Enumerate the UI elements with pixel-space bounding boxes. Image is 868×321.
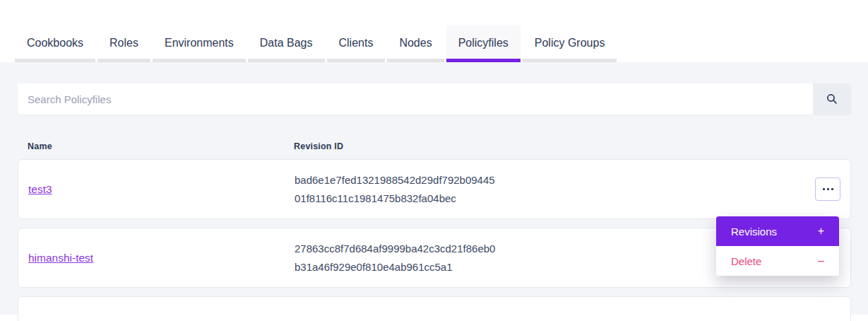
- row-actions-button[interactable]: [815, 177, 840, 201]
- tab-roles[interactable]: Roles: [97, 25, 150, 62]
- table-header: Name Revision ID: [18, 141, 851, 151]
- policyfile-link-test3[interactable]: test3: [28, 183, 52, 196]
- search-bar: [18, 83, 851, 115]
- tab-policy-groups[interactable]: Policy Groups: [523, 25, 617, 62]
- tab-clients[interactable]: Clients: [327, 25, 386, 62]
- policyfile-link-himanshi-test[interactable]: himanshi-test: [28, 252, 93, 264]
- tab-policyfiles[interactable]: Policyfiles: [446, 25, 521, 62]
- tab-data-bags[interactable]: Data Bags: [248, 25, 325, 62]
- menu-item-delete[interactable]: Delete –: [716, 246, 839, 276]
- minus-icon: –: [818, 255, 824, 267]
- search-input[interactable]: [18, 83, 813, 115]
- tab-environments[interactable]: Environments: [153, 25, 246, 62]
- plus-icon: +: [818, 225, 824, 238]
- tab-bar: Cookbooks Roles Environments Data Bags C…: [15, 25, 868, 62]
- revision-id-line1: bad6e1e7fed1321988542d29df792b09445: [295, 171, 798, 189]
- column-header-actions: [799, 141, 841, 151]
- content-area: Name Revision ID test3 bad6e1e7fed132198…: [0, 62, 868, 315]
- table-row: test3 bad6e1e7fed1321988542d29df792b0944…: [18, 159, 851, 219]
- menu-item-revisions[interactable]: Revisions +: [716, 216, 839, 246]
- tab-nodes[interactable]: Nodes: [387, 25, 444, 62]
- menu-item-label: Delete: [731, 255, 761, 267]
- search-button[interactable]: [813, 83, 851, 115]
- row-actions-menu: Revisions + Delete –: [716, 216, 839, 276]
- column-header-name: Name: [28, 141, 294, 151]
- column-header-revision-id: Revision ID: [294, 141, 799, 151]
- revision-id-cell: bad6e1e7fed1321988542d29df792b09445 01f8…: [295, 171, 798, 208]
- revision-id-line2: 01f8116c11c1981475b832fa04bec: [295, 189, 798, 208]
- table-row: [18, 296, 851, 321]
- tab-cookbooks[interactable]: Cookbooks: [15, 25, 95, 62]
- tab-bar-container: Cookbooks Roles Environments Data Bags C…: [0, 0, 868, 62]
- search-icon: [826, 93, 838, 105]
- menu-item-label: Revisions: [731, 226, 777, 238]
- policyfiles-page: Cookbooks Roles Environments Data Bags C…: [0, 0, 868, 321]
- ellipsis-icon: [823, 188, 833, 190]
